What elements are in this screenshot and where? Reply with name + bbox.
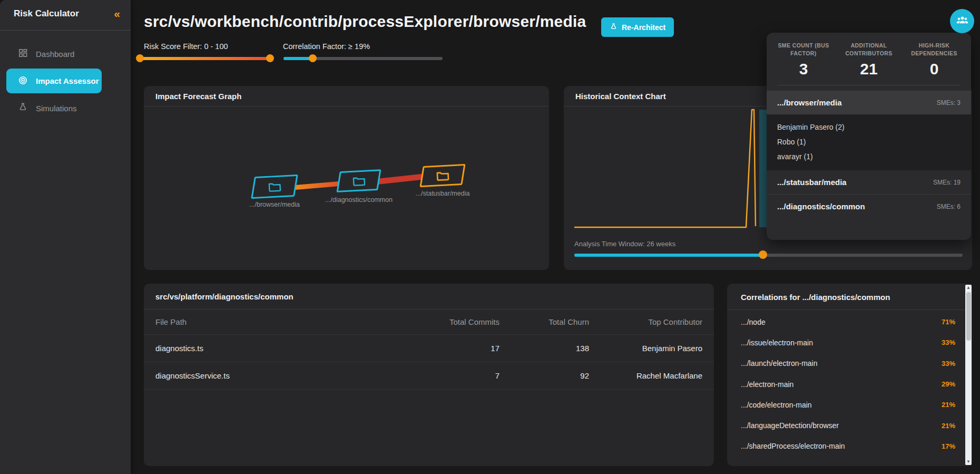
- correlation-module: .../node: [741, 318, 766, 326]
- graph-node-label: .../statusbar/media: [393, 190, 493, 197]
- contributor-item: avarayr (1): [777, 149, 961, 164]
- correlation-row[interactable]: .../electron-main 29%: [727, 374, 972, 394]
- correlation-factor-label: Correlation Factor: ≥ 19%: [283, 42, 370, 51]
- module-label: .../browser/media: [777, 98, 842, 107]
- column-total-churn: Total Churn: [499, 317, 589, 326]
- stats-row: SME COUNT (BUS FACTOR) 3 ADDITIONAL CONT…: [767, 33, 971, 83]
- sidebar-header: Risk Calculator «: [0, 0, 131, 31]
- risk-slider-track: [137, 57, 273, 60]
- sidebar-item-simulations[interactable]: Simulations: [0, 96, 131, 120]
- correlation-module: .../code/electron-main: [741, 401, 812, 409]
- column-file-path: File Path: [155, 317, 420, 326]
- graph-node-browser-media[interactable]: [251, 175, 298, 199]
- correlation-percent: 71%: [942, 318, 955, 326]
- panel-row-browser-media[interactable]: .../browser/media SMEs: 3: [767, 91, 971, 114]
- column-total-commits: Total Commits: [420, 317, 499, 326]
- risk-slider-max-thumb[interactable]: [266, 54, 274, 62]
- re-architect-label: Re-Architect: [622, 23, 665, 32]
- time-window-thumb[interactable]: [759, 250, 767, 259]
- scroll-up-icon[interactable]: ▲: [965, 285, 972, 291]
- sidebar-item-label: Impact Assessor: [36, 76, 99, 85]
- cell-top-contributor: Rachel Macfarlane: [589, 371, 702, 380]
- stat-label: SME COUNT (BUS FACTOR): [771, 42, 836, 57]
- table-row[interactable]: diagnostics.ts 17 138 Benjamin Pasero: [144, 335, 714, 362]
- contributor-item: Robo (1): [777, 134, 961, 149]
- correlation-row[interactable]: .../launch/electron-main 33%: [727, 353, 972, 374]
- correlation-module: .../languageDetection/browser: [741, 421, 839, 430]
- module-label: .../diagnostics/common: [777, 202, 865, 211]
- panel-row-diagnostics-common[interactable]: .../diagnostics/common SMEs: 6: [767, 195, 971, 218]
- correlation-row[interactable]: .../node 71%: [727, 312, 972, 332]
- smes-badge: SMEs: 19: [933, 179, 961, 186]
- panel-divider: [777, 85, 961, 85]
- time-window-fill: [574, 254, 763, 257]
- people-icon: [955, 13, 969, 29]
- correlation-percent: 33%: [942, 338, 955, 346]
- file-table-card: src/vs/platform/diagnostics/common File …: [144, 284, 714, 466]
- smes-badge: SMEs: 3: [937, 99, 961, 107]
- graph-node-label: .../diagnostics/common: [309, 196, 409, 204]
- stat-label: HIGH-RISK DEPENDENCIES: [901, 42, 967, 57]
- grid-icon: [18, 48, 28, 60]
- cell-total-churn: 92: [499, 371, 589, 380]
- team-button[interactable]: [950, 9, 974, 33]
- collapse-sidebar-icon[interactable]: «: [114, 8, 120, 19]
- stat-label: ADDITIONAL CONTRIBUTORS: [836, 42, 901, 57]
- stat-value: 0: [901, 60, 967, 78]
- stat-value: 3: [771, 60, 836, 78]
- stat-high-risk-deps: HIGH-RISK DEPENDENCIES 0: [901, 42, 967, 78]
- sidebar-item-dashboard[interactable]: Dashboard: [0, 42, 131, 65]
- correlation-percent: 21%: [942, 401, 955, 409]
- correlation-module: .../issue/electron-main: [741, 338, 813, 347]
- page-title: src/vs/workbench/contrib/processExplorer…: [144, 13, 586, 31]
- risk-score-slider[interactable]: [137, 54, 273, 62]
- sidebar-nav: Dashboard Impact Assessor Simulations: [0, 31, 131, 120]
- correlation-percent: 21%: [942, 422, 955, 430]
- risk-calculator-app: Risk Calculator « Dashboard: [0, 0, 980, 474]
- risk-slider-min-thumb[interactable]: [136, 54, 144, 62]
- graph-node-diagnostics-common[interactable]: [336, 169, 381, 192]
- correlations-card: Correlations for .../diagnostics/common …: [727, 284, 972, 466]
- column-top-contributor: Top Contributor: [589, 317, 702, 326]
- cell-top-contributor: Benjamin Pasero: [589, 344, 702, 353]
- sidebar-item-label: Simulations: [36, 104, 77, 113]
- correlations-scrollbar[interactable]: ▲ ▼: [965, 285, 972, 465]
- scroll-down-icon[interactable]: ▼: [965, 459, 972, 465]
- flask-icon: [610, 23, 618, 32]
- stat-sme-count: SME COUNT (BUS FACTOR) 3: [771, 42, 836, 78]
- sidebar: Risk Calculator « Dashboard: [0, 0, 131, 474]
- correlation-slider[interactable]: [283, 54, 443, 62]
- module-label: .../statusbar/media: [777, 178, 847, 187]
- cell-total-commits: 17: [420, 344, 499, 353]
- cell-total-commits: 7: [420, 371, 499, 380]
- correlation-percent: 17%: [942, 442, 955, 450]
- correlation-row[interactable]: .../sharedProcess/electron-main 17%: [727, 436, 972, 457]
- cell-total-churn: 138: [499, 344, 589, 353]
- app-title: Risk Calculator: [14, 8, 79, 19]
- correlations-list: .../node 71% .../issue/electron-main 33%…: [727, 310, 972, 457]
- flask-icon: [18, 102, 28, 114]
- sidebar-item-label: Dashboard: [36, 50, 74, 59]
- correlation-slider-thumb[interactable]: [309, 54, 317, 62]
- correlation-row[interactable]: .../code/electron-main 21%: [727, 394, 972, 415]
- correlations-title: Correlations for .../diagnostics/common: [727, 284, 972, 310]
- correlation-module: .../electron-main: [741, 380, 793, 389]
- scrollbar-thumb[interactable]: [966, 292, 971, 341]
- bullseye-icon: [18, 75, 28, 87]
- smes-badge: SMEs: 6: [937, 203, 961, 210]
- impact-forecast-card: Impact Forecast Graph .../brow: [144, 86, 549, 270]
- re-architect-button[interactable]: Re-Architect: [601, 17, 674, 37]
- table-row[interactable]: diagnosticsService.ts 7 92 Rachel Macfar…: [144, 362, 714, 390]
- correlation-row[interactable]: .../languageDetection/browser 21%: [727, 415, 972, 436]
- time-window-label: Analysis Time Window: 26 weeks: [574, 240, 675, 248]
- correlation-percent: 29%: [942, 380, 955, 388]
- correlation-row[interactable]: .../issue/electron-main 33%: [727, 332, 972, 353]
- stat-value: 21: [836, 60, 901, 78]
- graph-node-statusbar-media[interactable]: [419, 164, 465, 187]
- panel-row-statusbar-media[interactable]: .../statusbar/media SMEs: 19: [767, 170, 971, 195]
- contributor-item: Benjamin Pasero (2): [777, 120, 961, 134]
- sidebar-item-impact-assessor[interactable]: Impact Assessor: [6, 69, 102, 93]
- cell-file-path: diagnostics.ts: [155, 344, 420, 353]
- contributor-list: Benjamin Pasero (2) Robo (1) avarayr (1): [767, 114, 971, 170]
- time-window-slider[interactable]: [574, 251, 963, 259]
